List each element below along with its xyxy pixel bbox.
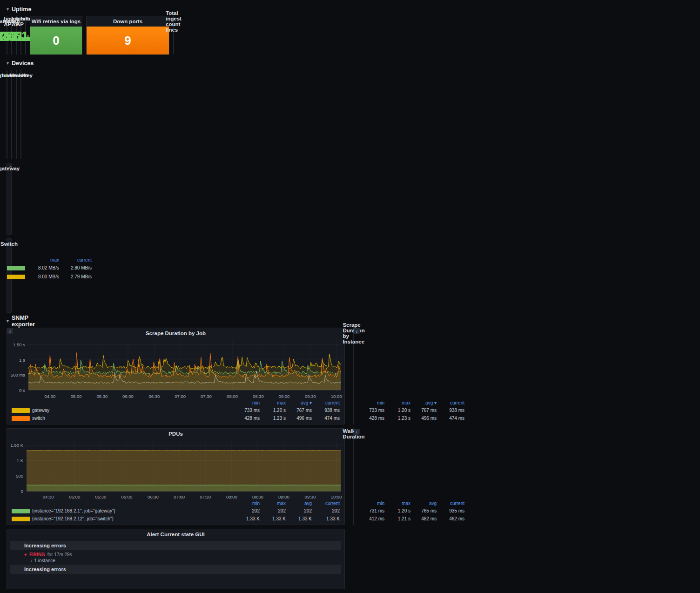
legend: InboundMin: 12.9 kb/sMax: 7.25 Mb/sCurre… xyxy=(7,226,14,234)
stat-number: 7.51 xyxy=(1,28,28,44)
series-color-dash xyxy=(12,517,30,521)
legend-row[interactable]: gateway733 ms1.20 s767 ms938 ms xyxy=(12,406,340,414)
legend-col-max[interactable]: max xyxy=(384,400,411,405)
svg-text:06:30: 06:30 xyxy=(149,394,160,399)
legend-col-min[interactable]: min xyxy=(358,400,384,405)
legend-value: 1.20 s xyxy=(384,408,411,413)
firing-duration: for 17m 29s xyxy=(47,552,72,557)
chart-area[interactable]: 1.50 K1 K500004:3005:0005:3006:0006:3007… xyxy=(7,439,344,500)
section-header-snmp[interactable]: ▾ SNMP exporter xyxy=(7,317,12,326)
legend-col-current[interactable]: current xyxy=(312,400,340,405)
svg-text:05:00: 05:00 xyxy=(69,494,80,499)
legend-col-max[interactable]: max xyxy=(260,400,286,405)
legend-col-current[interactable]: current xyxy=(312,501,340,506)
svg-text:1.50 K: 1.50 K xyxy=(11,443,24,448)
panel-title[interactable]: Switch xyxy=(7,239,11,249)
instance-toggle[interactable]: ›1 instance xyxy=(10,558,341,565)
legend-value: 767 ms xyxy=(286,408,312,413)
uptime-row: gateway8.24weekswitch8.24weekbasement AP… xyxy=(7,16,12,55)
panel-cloudkey: cloudkey.InMax: 345 kb/sCurrent: 323 kb/… xyxy=(20,70,21,159)
legend-row[interactable]: Rx8.00 MB/s2.79 MB/s xyxy=(7,272,94,281)
svg-text:07:30: 07:30 xyxy=(200,494,211,499)
series-color-dash xyxy=(12,509,30,513)
panel-title[interactable]: Scrape Duration by Job xyxy=(7,328,344,338)
legend-table: minmaxavgcurrent192.168.2.1 [via gateway… xyxy=(354,500,363,525)
legend-col-current[interactable]: current xyxy=(437,501,464,506)
series-name: Rx xyxy=(7,274,27,279)
panel-title[interactable]: Alert Current state GUI xyxy=(7,529,344,539)
section-header-uptime[interactable]: ▾ Uptime xyxy=(7,5,12,14)
timeseries-chart[interactable]: 1.50 K1 K500004:3005:0005:3006:0006:3007… xyxy=(7,439,344,500)
legend-col-current[interactable]: current xyxy=(437,400,464,405)
legend-header-row: minmaxavgcurrent xyxy=(12,500,340,507)
info-icon[interactable]: i xyxy=(7,328,13,334)
legend-row[interactable]: {instance="192.168.2.12", job="switch"}1… xyxy=(12,515,340,523)
svg-text:09:30: 09:30 xyxy=(305,394,316,399)
panel-switch-traffic: SwitchmaxcurrentTx8.02 MB/s2.80 MB/sRx8.… xyxy=(7,238,12,313)
legend-col-min[interactable]: min xyxy=(234,400,260,405)
panel-kitchen: ♥kitchenInboundMin: 3.32 kb/sMax: 1.92 M… xyxy=(16,70,17,159)
section-title-snmp: SNMP exporter xyxy=(12,315,35,328)
panel-gateway-traffic: ↗gatewayInboundMin: 12.9 kb/sMax: 7.25 M… xyxy=(7,163,12,235)
legend-value: 1.23 s xyxy=(260,416,286,421)
chevron-down-icon: ▾ xyxy=(7,319,9,323)
panel-title-text: Scrape Duration by Job xyxy=(146,330,206,336)
legend-table: minmaxavgcurrent{instance="192.168.2.1",… xyxy=(7,500,344,525)
legend-col-avg[interactable]: avg xyxy=(286,501,312,506)
legend-col-min[interactable]: min xyxy=(358,501,384,506)
svg-text:1 s: 1 s xyxy=(19,357,25,363)
svg-text:1 K: 1 K xyxy=(17,458,24,463)
legend-col-max[interactable]: max xyxy=(260,501,286,506)
stat-colored-body: 0 xyxy=(30,27,82,54)
panel-title[interactable]: Wifi retries via logs xyxy=(30,16,82,27)
heart-icon: ♥ xyxy=(4,73,7,78)
chart-area[interactable]: 1.50 s1 s500 ms0 s04:3005:0005:3006:0006… xyxy=(7,338,344,399)
alert-group-row[interactable]: Increasing errors xyxy=(10,541,341,550)
legend-col-avg[interactable]: avg xyxy=(411,501,437,506)
legend-row[interactable]: {instance="192.168.2.1", job="gateway"}2… xyxy=(12,507,340,515)
svg-text:06:00: 06:00 xyxy=(121,494,132,499)
info-icon[interactable]: i xyxy=(354,429,360,435)
legend-value: 428 ms xyxy=(358,416,384,421)
alert-group-row[interactable]: Increasing errors xyxy=(10,565,341,574)
series-name: gateway xyxy=(12,408,234,413)
svg-text:06:30: 06:30 xyxy=(148,494,159,499)
svg-text:05:30: 05:30 xyxy=(97,394,108,399)
svg-text:07:30: 07:30 xyxy=(201,394,212,399)
legend-table: minmaxavg ▾currentgateway733 ms1.20 s767… xyxy=(7,399,344,424)
legend-col-avg[interactable]: avg ▾ xyxy=(411,400,437,405)
timeseries-chart[interactable] xyxy=(7,174,11,226)
legend-value: 496 ms xyxy=(286,416,312,421)
legend-col-current[interactable]: current xyxy=(59,257,92,263)
legend-row[interactable]: switch428 ms1.23 s496 ms474 ms xyxy=(12,414,340,422)
series-color-dash xyxy=(7,266,25,270)
info-icon[interactable]: i xyxy=(354,328,360,334)
legend-value: 1.21 s xyxy=(384,516,411,521)
chart-area[interactable] xyxy=(7,174,11,226)
panel-links-icon[interactable]: ↗ xyxy=(7,163,13,170)
svg-text:09:00: 09:00 xyxy=(279,394,290,399)
legend-col-max[interactable]: max xyxy=(384,501,411,506)
svg-text:04:30: 04:30 xyxy=(44,394,55,399)
legend-value: 8.00 MB/s xyxy=(27,274,59,279)
panel-title[interactable]: PDUs xyxy=(7,429,344,439)
legend-col-max[interactable]: max xyxy=(27,257,59,263)
timeseries-chart[interactable]: 1.50 s1 s500 ms0 s04:3005:0005:3006:0006… xyxy=(7,338,344,399)
legend-value: 1.33 K xyxy=(260,516,286,521)
legend-value: 462 ms xyxy=(437,516,464,521)
legend-value: 496 ms xyxy=(411,416,437,421)
stat-value: 9 xyxy=(124,34,131,48)
legend-col-avg[interactable]: avg ▾ xyxy=(286,400,312,405)
svg-text:09:00: 09:00 xyxy=(278,494,289,499)
chevron-right-icon: › xyxy=(31,558,32,563)
legend-value: 428 ms xyxy=(234,416,260,421)
legend-value: 767 ms xyxy=(411,408,437,413)
legend-col-min[interactable]: min xyxy=(234,501,260,506)
legend-row[interactable]: Tx8.02 MB/s2.80 MB/s xyxy=(7,263,94,272)
legend-value: 202 xyxy=(286,508,312,513)
panel-upstairs: upstairsInboundMin: 7.23 kb/sMax: 1.54 M… xyxy=(7,70,7,159)
section-header-devices[interactable]: ▾ Devices xyxy=(7,59,12,68)
legend-value: 474 ms xyxy=(312,416,340,421)
series-name: switch xyxy=(12,416,234,421)
panel-title[interactable]: Down ports xyxy=(87,16,169,27)
